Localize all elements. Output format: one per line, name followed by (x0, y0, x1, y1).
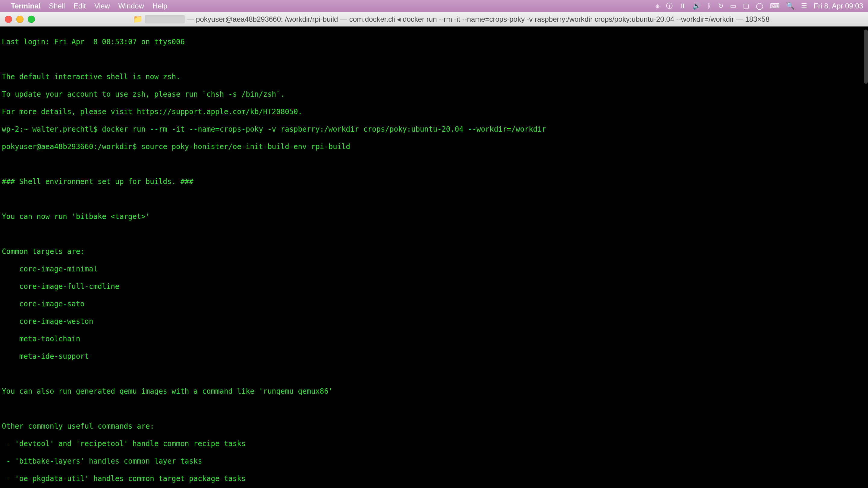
menu-edit[interactable]: Edit (73, 2, 86, 10)
menubar-datetime[interactable]: Fri 8. Apr 09:03 (814, 2, 863, 10)
menu-view[interactable]: View (94, 2, 110, 10)
calendar-status-icon[interactable]: ▭ (730, 2, 736, 10)
app-name[interactable]: Terminal (11, 2, 40, 10)
terminal-line: To update your account to use zsh, pleas… (2, 90, 866, 99)
menu-help[interactable]: Help (153, 2, 167, 10)
terminal-line: Common targets are: (2, 247, 866, 256)
zoom-window-button[interactable] (28, 16, 35, 23)
terminal-line: meta-toolchain (2, 335, 866, 344)
info-status-icon[interactable]: ⓘ (666, 1, 673, 10)
terminal-line: core-image-minimal (2, 265, 866, 273)
bluetooth-status-icon[interactable]: ᛒ (707, 2, 711, 10)
terminal-line: - 'oe-pkgdata-util' handles common targe… (2, 475, 866, 483)
terminal-line: - 'devtool' and 'recipetool' handle comm… (2, 440, 866, 448)
redacted-host: xxxxxxxxxx (145, 15, 185, 24)
user-status-icon[interactable]: ◯ (756, 2, 764, 10)
scrollbar-thumb[interactable] (864, 30, 868, 84)
terminal-line: You can also run generated qemu images w… (2, 387, 866, 396)
volume-status-icon[interactable]: 🔊 (692, 2, 701, 10)
spotlight-icon[interactable]: 🔍 (786, 2, 795, 10)
keyboard-status-icon[interactable]: ⌨ (770, 2, 780, 10)
terminal-line: pokyuser@aea48b293660:/workdir$ source p… (2, 142, 866, 151)
window-title: 📁xxxxxxxxxx — pokyuser@aea48b293660: /wo… (39, 14, 863, 24)
terminal-line: core-image-weston (2, 317, 866, 326)
window-controls (5, 16, 35, 23)
macos-menubar: Terminal Shell Edit View Window Help ⎈ ⓘ… (0, 0, 868, 12)
terminal-scrollbar[interactable] (864, 27, 868, 488)
terminal-line: wp-2:~ walter.prechtl$ docker run --rm -… (2, 125, 866, 134)
control-center-icon[interactable]: ☰ (801, 2, 807, 10)
menu-shell[interactable]: Shell (49, 2, 65, 10)
terminal-line: core-image-full-cmdline (2, 282, 866, 291)
terminal-line: You can now run 'bitbake <target>' (2, 213, 866, 221)
close-window-button[interactable] (5, 16, 12, 23)
minimize-window-button[interactable] (16, 16, 24, 23)
terminal-line: Other commonly useful commands are: (2, 422, 866, 431)
terminal-line: Last login: Fri Apr 8 08:53:07 on ttys00… (2, 38, 866, 46)
title-text: — pokyuser@aea48b293660: /workdir/rpi-bu… (185, 15, 770, 23)
terminal-line: core-image-sato (2, 300, 866, 308)
timemachine-status-icon[interactable]: ↻ (718, 2, 723, 10)
display-status-icon[interactable]: ▢ (743, 2, 749, 10)
terminal-line: meta-ide-support (2, 352, 866, 361)
terminal-titlebar: 📁xxxxxxxxxx — pokyuser@aea48b293660: /wo… (0, 12, 868, 27)
docker-status-icon[interactable]: ⎈ (655, 2, 659, 10)
terminal-line: ### Shell environment set up for builds.… (2, 177, 866, 186)
pause-status-icon[interactable]: ⏸ (679, 2, 686, 10)
terminal-line: For more details, please visit https://s… (2, 107, 866, 116)
menu-window[interactable]: Window (119, 2, 144, 10)
folder-icon: 📁 (133, 14, 143, 24)
terminal-line: - 'bitbake-layers' handles common layer … (2, 457, 866, 466)
terminal-line: The default interactive shell is now zsh… (2, 73, 866, 82)
terminal-body[interactable]: Last login: Fri Apr 8 08:53:07 on ttys00… (0, 27, 868, 488)
